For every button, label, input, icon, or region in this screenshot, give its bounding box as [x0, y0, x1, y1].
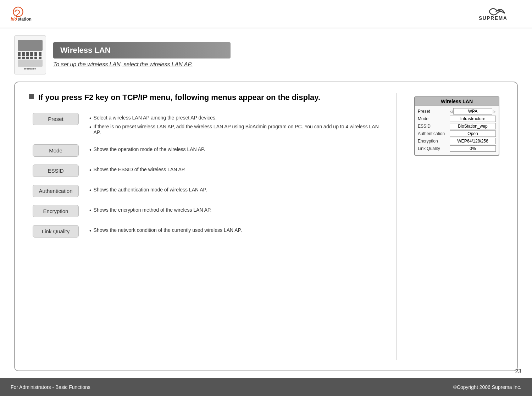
mode-button: Mode: [33, 144, 79, 157]
content-box: If you press F2 key on TCP/IP menu, foll…: [14, 82, 518, 371]
authentication-description: Shows the authentication mode of wireles…: [89, 185, 207, 196]
display-label-preset: Preset: [418, 109, 450, 114]
display-label-essid: ESSID: [418, 124, 450, 129]
title-text-block: Wireless LAN To set up the wireless LAN,…: [53, 42, 518, 68]
svg-text:station: station: [18, 17, 32, 22]
suprema-logo-icon: SUPREMA: [479, 4, 521, 22]
title-section: biostation Wireless LAN To set up the wi…: [14, 35, 518, 74]
display-value-encryption: WEP64/128/256: [450, 138, 496, 144]
preset-left-arrow[interactable]: ◁: [450, 110, 453, 113]
display-row-preset: Preset ◁ WPA ▷: [418, 108, 496, 115]
device-image: biostation: [14, 35, 46, 74]
header: bio station SUPREMA: [0, 0, 532, 28]
display-value-link-quality: 0%: [450, 145, 496, 152]
wireless-display-body: Preset ◁ WPA ▷ Mode Infrastructure: [415, 106, 499, 155]
main-heading: If you press F2 key on TCP/IP menu, foll…: [29, 93, 382, 102]
display-row-mode: Mode Infrastructure: [418, 116, 496, 122]
footer-right-text: ©Copyright 2006 Suprema Inc.: [453, 384, 521, 390]
item-row: ESSID Shows the ESSID of the wireless LA…: [33, 164, 382, 177]
page-number: 23: [515, 368, 521, 375]
svg-point-0: [13, 7, 23, 17]
left-column: If you press F2 key on TCP/IP menu, foll…: [29, 93, 382, 360]
display-label-authentication: Authentication: [418, 131, 450, 136]
encryption-description: Shows the encryption method of the wirel…: [89, 205, 211, 216]
item-row: Mode Shows the operation mode of the wir…: [33, 144, 382, 157]
display-value-mode: Infrastructure: [450, 116, 496, 122]
footer-left-text: For Administrators - Basic Functions: [11, 384, 90, 390]
device-logo-text: biostation: [24, 67, 36, 70]
encryption-button: Encryption: [33, 205, 79, 217]
device-buttons: [18, 52, 43, 59]
preset-value: WPA: [453, 108, 492, 115]
main-content: biostation Wireless LAN To set up the wi…: [0, 28, 532, 378]
link-quality-description: Shows the network condition of the curre…: [89, 225, 242, 236]
page-title: Wireless LAN: [53, 42, 231, 58]
bullet-icon: [29, 94, 34, 99]
item-row: Preset Select a wireless LAN AP among th…: [33, 113, 382, 136]
essid-description: Shows the ESSID of the wireless LAN AP.: [89, 164, 185, 175]
item-row: Authentication Shows the authentication …: [33, 185, 382, 197]
page-subtitle: To set up the wireless LAN, select the w…: [53, 61, 518, 68]
display-value-preset: ◁ WPA ▷: [450, 108, 496, 115]
display-value-authentication: Open: [450, 130, 496, 137]
item-row: Encryption Shows the encryption method o…: [33, 205, 382, 217]
display-row-link-quality: Link Quality 0%: [418, 145, 496, 152]
items-container: Preset Select a wireless LAN AP among th…: [33, 113, 382, 238]
essid-button: ESSID: [33, 164, 79, 177]
authentication-button: Authentication: [33, 185, 79, 197]
display-label-mode: Mode: [418, 116, 450, 121]
item-row: Link Quality Shows the network condition…: [33, 225, 382, 238]
preset-button: Preset: [33, 113, 79, 125]
footer: For Administrators - Basic Functions ©Co…: [0, 378, 532, 396]
display-row-essid: ESSID BioStation_wep: [418, 123, 496, 129]
wireless-display-title: Wireless LAN: [415, 97, 499, 106]
suprema-logo: SUPREMA: [479, 4, 521, 23]
display-row-encryption: Encryption WEP64/128/256: [418, 138, 496, 144]
display-label-link-quality: Link Quality: [418, 146, 450, 151]
wireless-lan-display: Wireless LAN Preset ◁ WPA ▷ Mode: [414, 96, 499, 156]
svg-text:bio: bio: [11, 17, 17, 22]
display-row-authentication: Authentication Open: [418, 130, 496, 137]
biostation-logo: bio station: [11, 4, 32, 24]
device-screen: [18, 40, 43, 51]
link-quality-button: Link Quality: [33, 225, 79, 238]
svg-text:SUPREMA: SUPREMA: [479, 16, 508, 21]
biostation-logo-icon: bio station: [11, 4, 32, 24]
preset-description: Select a wireless LAN AP among the prese…: [89, 113, 382, 136]
mode-description: Shows the operation mode of the wireless…: [89, 144, 205, 155]
display-label-encryption: Encryption: [418, 139, 450, 144]
display-value-essid: BioStation_wep: [450, 123, 496, 129]
content-divider: [396, 93, 397, 360]
right-panel: Wireless LAN Preset ◁ WPA ▷ Mode: [411, 93, 503, 360]
preset-right-arrow[interactable]: ▷: [493, 110, 496, 113]
